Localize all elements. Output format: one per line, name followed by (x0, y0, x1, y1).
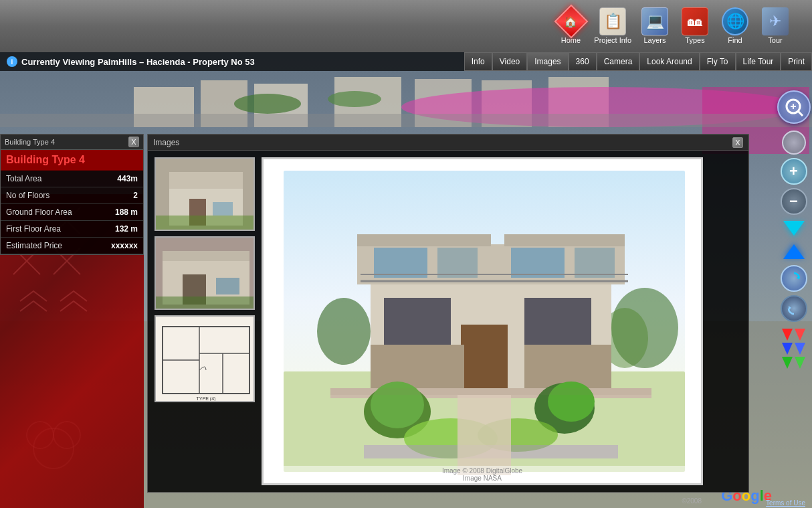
image-copyright: Image © 2008 DigitalGlobe Image NASA (264, 466, 701, 483)
currently-viewing-text: Currently Viewing PalmHills – Hacienda -… (21, 57, 255, 67)
blue-arrow-1-icon (782, 343, 793, 355)
nav-project-info[interactable]: 📋 Project Info (594, 8, 631, 44)
search-zoom-button[interactable] (777, 90, 811, 124)
rotate-button[interactable] (781, 265, 807, 292)
terms-of-use-link[interactable]: Terms of Use (766, 499, 805, 507)
svg-rect-13 (0, 114, 812, 127)
red-arrow-1-icon (782, 329, 793, 341)
compass-button[interactable] (782, 131, 806, 155)
svg-rect-55 (374, 248, 427, 278)
svg-rect-61 (461, 325, 508, 392)
svg-text:TYPE (4): TYPE (4) (197, 396, 216, 402)
floor-plan-thumbnail[interactable]: TYPE (4) FIRST FLOOR PLAN (155, 315, 255, 402)
video-button[interactable]: Video (492, 52, 527, 71)
arrow-down-icon (783, 221, 805, 236)
green-arrow-1-icon (782, 357, 793, 369)
svg-point-24 (54, 422, 80, 448)
blue-arrows-row[interactable] (782, 343, 805, 355)
zoom-in-button[interactable]: + (781, 158, 807, 185)
types-label: Types (685, 36, 704, 44)
left-panel-heading: Building Type 4 (1, 150, 143, 171)
nav-layers[interactable]: 💻 Layers (638, 8, 672, 44)
main-house-render (264, 157, 701, 485)
green-arrows-row[interactable] (782, 357, 805, 369)
svg-rect-33 (163, 251, 249, 261)
look-around-button[interactable]: Look Around (639, 52, 699, 71)
total-area-row: Total Area 443m (1, 171, 143, 187)
floor-plan-svg: TYPE (4) FIRST FLOOR PLAN (156, 317, 255, 402)
print-button[interactable]: Print (781, 52, 812, 71)
red-arrows-row[interactable] (782, 329, 805, 341)
svg-rect-53 (357, 234, 491, 246)
zoom-out-button[interactable]: − (781, 188, 807, 215)
camera-button[interactable]: Camera (597, 52, 640, 71)
right-controls: + − (775, 87, 812, 372)
thumb-2-svg (156, 238, 255, 310)
left-panel: Building Type 4 X Building Type 4 Total … (0, 134, 144, 255)
svg-rect-72 (458, 395, 511, 475)
svg-line-77 (798, 111, 803, 116)
thumb-1-svg (156, 159, 255, 231)
ground-floor-area-value: 188 m (115, 207, 138, 217)
copyright-text: ©2008 (682, 497, 702, 505)
svg-rect-57 (511, 248, 565, 278)
info-bar-buttons: Info Video Images 360 Camera Look Around… (464, 52, 812, 71)
svg-rect-30 (156, 216, 255, 231)
rotate-icon (786, 270, 802, 286)
green-arrow-2-icon (795, 357, 805, 369)
first-floor-area-value: 132 m (115, 224, 138, 234)
svg-rect-35 (216, 278, 239, 294)
360-button[interactable]: 360 (569, 52, 597, 71)
estimated-price-row: Estimated Price xxxxxx (1, 238, 143, 254)
main-image-frame: Image © 2008 DigitalGlobe Image NASA (262, 157, 703, 485)
left-panel-close-button[interactable]: X (128, 137, 139, 147)
info-button[interactable]: Info (464, 52, 492, 71)
top-navigation-bar: 🏠 Home 📋 Project Info 💻 Layers 🏘 Types (0, 0, 812, 52)
no-of-floors-row: No of Floors 2 (1, 187, 143, 204)
images-panel-header: Images X (148, 135, 748, 151)
refresh-button[interactable] (781, 295, 807, 322)
total-area-label: Total Area (6, 174, 117, 183)
plus-icon: + (789, 163, 798, 180)
images-panel-title-label: Images (153, 138, 179, 147)
images-panel-close-button[interactable]: X (732, 137, 743, 148)
red-arrow-2-icon (795, 329, 805, 341)
svg-rect-58 (575, 248, 615, 278)
no-of-floors-label: No of Floors (6, 191, 133, 200)
thumbnail-images: TYPE (4) FIRST FLOOR PLAN (155, 157, 255, 402)
images-button[interactable]: Images (527, 52, 568, 71)
svg-rect-37 (156, 317, 255, 402)
tour-label: Tour (768, 36, 782, 44)
nav-arrow-down-button[interactable] (783, 221, 805, 236)
info-bar: i Currently Viewing PalmHills – Hacienda… (0, 52, 812, 71)
thumbnail-1[interactable] (155, 157, 255, 231)
life-tour-button[interactable]: Life Tour (736, 52, 781, 71)
svg-rect-29 (213, 202, 233, 216)
left-panel-title-label: Building Type 4 (5, 138, 55, 146)
first-floor-area-label: First Floor Area (6, 224, 115, 234)
svg-point-23 (27, 422, 54, 448)
search-icon (784, 97, 804, 117)
nav-tour[interactable]: ✈ Tour (758, 8, 792, 44)
estimated-price-label: Estimated Price (6, 241, 111, 250)
svg-point-11 (234, 94, 301, 114)
ground-floor-area-row: Ground Floor Area 188 m (1, 204, 143, 221)
nav-home[interactable]: 🏠 Home (554, 8, 587, 44)
svg-rect-27 (169, 172, 243, 189)
thumbnail-2[interactable] (155, 236, 255, 310)
svg-marker-80 (797, 276, 799, 280)
svg-point-12 (328, 91, 381, 107)
ground-floor-area-label: Ground Floor Area (6, 207, 115, 217)
fly-to-button[interactable]: Fly To (700, 52, 736, 71)
svg-rect-56 (437, 248, 478, 278)
arrow-up-icon (783, 244, 805, 259)
info-indicator: i (7, 56, 17, 67)
svg-rect-73 (330, 388, 651, 395)
refresh-icon (786, 301, 802, 317)
blue-arrow-2-icon (795, 343, 805, 355)
layers-icon: 💻 (641, 8, 668, 35)
nav-find[interactable]: 🌐 Find (718, 8, 752, 44)
project-info-icon: 📋 (599, 8, 626, 35)
nav-types[interactable]: 🏘 Types (678, 8, 712, 44)
nav-arrow-up-button[interactable] (783, 244, 805, 259)
